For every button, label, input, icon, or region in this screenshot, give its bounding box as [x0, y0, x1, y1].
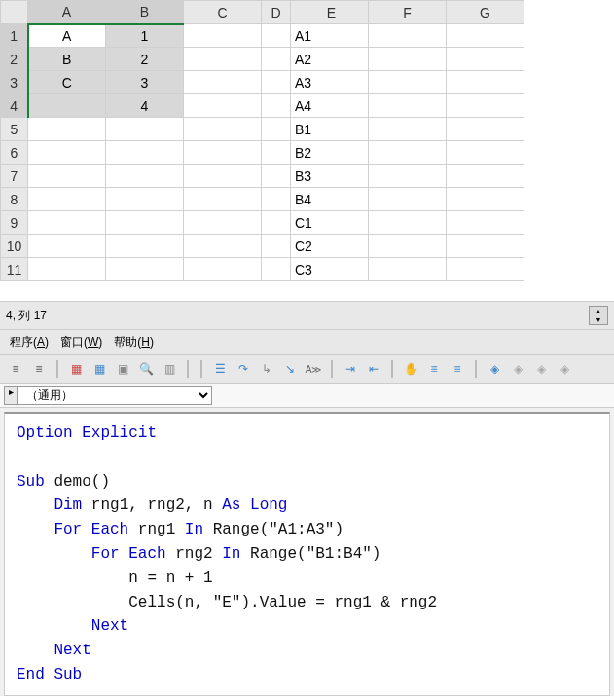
spinner-up-icon[interactable]: ▲ [590, 307, 607, 315]
cell-G2[interactable] [447, 48, 524, 71]
cell-G11[interactable] [447, 258, 524, 281]
bookmark-prev-icon[interactable]: ◈ [531, 359, 551, 379]
module-dropdown[interactable]: （通用） [18, 386, 212, 405]
cell-E9[interactable]: C1 [291, 211, 369, 235]
cell-G10[interactable] [447, 235, 524, 258]
cell-C7[interactable] [184, 165, 262, 188]
cell-G4[interactable] [447, 94, 524, 118]
binoculars-icon[interactable]: 🔍 [136, 359, 156, 379]
cell-F3[interactable] [369, 71, 447, 94]
row-header-10[interactable]: 10 [1, 235, 28, 258]
cell-D6[interactable] [262, 141, 291, 165]
bookmark-toggle-icon[interactable]: ◈ [485, 359, 504, 379]
cell-G7[interactable] [447, 165, 524, 188]
cell-A7[interactable] [28, 165, 106, 188]
cell-C11[interactable] [184, 258, 262, 281]
row-header-6[interactable]: 6 [1, 141, 28, 165]
cell-A10[interactable] [28, 235, 106, 258]
menu-help[interactable]: 帮助(H) [110, 332, 158, 352]
table-icon[interactable]: ▦ [90, 359, 109, 379]
uncomment-icon[interactable]: ≡ [448, 359, 467, 379]
cell-D2[interactable] [262, 48, 291, 71]
cell-E1[interactable]: A1 [291, 24, 369, 48]
cell-F5[interactable] [369, 118, 447, 141]
cell-G6[interactable] [447, 141, 524, 165]
select-all-corner[interactable] [1, 1, 28, 24]
grid-icon[interactable]: ▦ [66, 359, 86, 379]
cell-B7[interactable] [106, 165, 184, 188]
cell-C6[interactable] [184, 141, 262, 165]
cell-E8[interactable]: B4 [291, 188, 369, 211]
cell-B8[interactable] [106, 188, 184, 211]
row-header-9[interactable]: 9 [1, 211, 28, 235]
cell-C2[interactable] [184, 48, 262, 71]
row-header-8[interactable]: 8 [1, 188, 28, 211]
bookmark-clear-icon[interactable]: ◈ [555, 359, 574, 379]
indent-icon[interactable]: ≡ [6, 359, 25, 379]
cell-D10[interactable] [262, 235, 291, 258]
cell-A9[interactable] [28, 211, 106, 235]
outdent-icon[interactable]: ≡ [29, 359, 49, 379]
cell-G5[interactable] [447, 118, 524, 141]
cell-C10[interactable] [184, 235, 262, 258]
cell-F2[interactable] [369, 48, 447, 71]
cell-F11[interactable] [369, 258, 447, 281]
cell-C1[interactable] [184, 24, 262, 48]
cell-A2[interactable]: B [28, 48, 106, 71]
cell-G1[interactable] [447, 24, 524, 48]
spreadsheet-grid[interactable]: A B C D E F G 1 A 1 A1 2 B 2 A2 3 C 3 A3 [0, 0, 524, 281]
cell-C9[interactable] [184, 211, 262, 235]
row-header-1[interactable]: 1 [1, 24, 28, 48]
col-header-G[interactable]: G [447, 1, 524, 24]
step-into-icon[interactable]: ↘ [280, 359, 300, 379]
cell-B1[interactable]: 1 [106, 24, 184, 48]
cell-A3[interactable]: C [28, 71, 106, 94]
cell-B4[interactable]: 4 [106, 94, 184, 118]
cell-F10[interactable] [369, 235, 447, 258]
cell-F6[interactable] [369, 141, 447, 165]
cell-B11[interactable] [106, 258, 184, 281]
cell-D3[interactable] [262, 71, 291, 94]
cell-D1[interactable] [262, 24, 291, 48]
col-header-D[interactable]: D [262, 1, 291, 24]
cell-B10[interactable] [106, 235, 184, 258]
cell-A6[interactable] [28, 141, 106, 165]
cell-B9[interactable] [106, 211, 184, 235]
cell-C4[interactable] [184, 94, 262, 118]
row-header-7[interactable]: 7 [1, 165, 28, 188]
tile-icon[interactable]: ▥ [160, 359, 179, 379]
cell-G9[interactable] [447, 211, 524, 235]
comment-icon[interactable]: ≡ [424, 359, 444, 379]
cell-B5[interactable] [106, 118, 184, 141]
cell-D11[interactable] [262, 258, 291, 281]
cell-E11[interactable]: C3 [291, 258, 369, 281]
cell-A1[interactable]: A [28, 24, 106, 48]
cell-D4[interactable] [262, 94, 291, 118]
indent-right-icon[interactable]: ⇥ [341, 359, 360, 379]
cell-E3[interactable]: A3 [291, 71, 369, 94]
col-header-F[interactable]: F [369, 1, 447, 24]
cell-C8[interactable] [184, 188, 262, 211]
menu-window[interactable]: 窗口(W) [56, 332, 106, 352]
cell-B6[interactable] [106, 141, 184, 165]
cell-F9[interactable] [369, 211, 447, 235]
font-size-icon[interactable]: A≫ [304, 359, 323, 379]
hand-icon[interactable]: ✋ [401, 359, 420, 379]
row-header-3[interactable]: 3 [1, 71, 28, 94]
cell-E5[interactable]: B1 [291, 118, 369, 141]
cell-B2[interactable]: 2 [106, 48, 184, 71]
cell-D9[interactable] [262, 211, 291, 235]
cell-E2[interactable]: A2 [291, 48, 369, 71]
cell-F4[interactable] [369, 94, 447, 118]
cell-C5[interactable] [184, 118, 262, 141]
step-out-icon[interactable]: ↳ [257, 359, 276, 379]
row-header-2[interactable]: 2 [1, 48, 28, 71]
cell-G3[interactable] [447, 71, 524, 94]
indent-left-icon[interactable]: ⇤ [364, 359, 383, 379]
code-editor[interactable]: Option Explicit Sub demo() Dim rng1, rng… [4, 412, 610, 696]
status-spinner[interactable]: ▲ ▼ [589, 306, 608, 325]
cell-E10[interactable]: C2 [291, 235, 369, 258]
cell-F7[interactable] [369, 165, 447, 188]
cell-F8[interactable] [369, 188, 447, 211]
cell-A11[interactable] [28, 258, 106, 281]
